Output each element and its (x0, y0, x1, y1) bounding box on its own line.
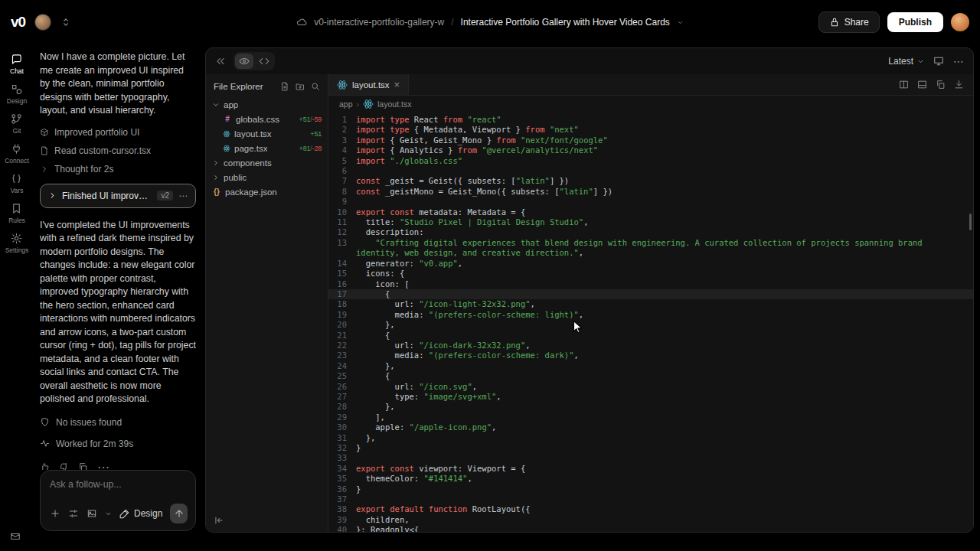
breadcrumb-app[interactable]: app (339, 99, 353, 109)
code-line: 26 url: "/icon.svg", (328, 382, 973, 392)
code-editor[interactable]: 1import type React from "react"2import t… (328, 112, 973, 532)
collapse-left-icon[interactable] (214, 515, 224, 526)
chat-title[interactable]: Interactive Portfolio Gallery with Hover… (461, 17, 670, 28)
line-content: }: Readonly<{ (356, 525, 973, 532)
line-number: 17 (328, 289, 356, 299)
new-folder-icon[interactable] (296, 82, 305, 91)
file-name: public (224, 173, 247, 182)
more-horizontal-icon[interactable]: ⋯ (953, 55, 964, 67)
line-number: 18 (328, 299, 356, 309)
collapse-chevrons-icon[interactable] (215, 56, 226, 67)
rail-item-git[interactable]: Git (11, 113, 22, 135)
chat-input-box[interactable]: Ask a follow-up... Design (40, 470, 196, 531)
monitor-icon[interactable] (933, 56, 944, 67)
chat-step[interactable]: Thought for 2s (40, 164, 196, 174)
header-breadcrumb: v0-interactive-portfolio-gallery-w / Int… (194, 17, 786, 28)
file-tree-item-package-json[interactable]: {}package.json (206, 184, 328, 199)
line-content: { (356, 289, 973, 299)
lock-icon (829, 17, 840, 28)
chat-messages[interactable]: Now I have a complete picture. Let me cr… (40, 51, 196, 470)
code-line: 29 ], (328, 412, 973, 422)
rail-item-rules[interactable]: Rules (8, 203, 25, 224)
rail-item-connect[interactable]: Connect (5, 143, 29, 165)
chat-step[interactable]: Read custom-cursor.tsx (40, 145, 196, 156)
rail-item-design[interactable]: Design (7, 83, 27, 105)
new-file-icon[interactable] (280, 82, 289, 91)
copy-file-icon[interactable] (936, 80, 946, 90)
line-number: 28 (328, 402, 356, 412)
chevron-down-icon[interactable] (677, 19, 684, 26)
thumbs-up-icon[interactable] (40, 462, 50, 471)
settings-icon (11, 233, 22, 244)
code-line: 21 { (328, 331, 973, 341)
file-tree-item-components[interactable]: components (206, 155, 328, 170)
file-tree-item-public[interactable]: public (206, 170, 328, 184)
deploy-cloud-icon[interactable] (296, 17, 307, 28)
version-card[interactable]: Finished UI improvements v2 ⋯ (40, 184, 196, 208)
editor-scrollbar-thumb[interactable] (969, 214, 972, 230)
rail-item-label: Git (13, 127, 21, 135)
version-card-label: Finished UI improvements (62, 191, 152, 201)
editor-tabbar: layout.tsx × (328, 74, 973, 96)
latest-label: Latest (888, 56, 913, 67)
code-line: 6 (328, 166, 973, 176)
user-avatar[interactable] (951, 13, 969, 31)
code-line: 3import { Geist, Geist_Mono } from "next… (328, 135, 973, 145)
more-icon[interactable]: ⋯ (97, 460, 109, 471)
send-arrow-icon (174, 508, 185, 519)
panel-bottom-icon[interactable] (917, 80, 927, 90)
share-button[interactable]: Share (818, 11, 880, 33)
design-mode-button[interactable]: Design (119, 508, 162, 519)
work-duration[interactable]: Worked for 2m 39s (40, 439, 196, 449)
tab-layout-tsx[interactable]: layout.tsx × (328, 74, 409, 95)
message-actions: ⋯ (40, 460, 196, 471)
code-line: 40}: Readonly<{ (328, 525, 973, 532)
plus-icon[interactable] (50, 508, 60, 519)
project-name[interactable]: v0-interactive-portfolio-gallery-w (314, 17, 444, 28)
download-icon[interactable] (954, 80, 964, 90)
chat-input-placeholder: Ask a follow-up... (50, 479, 188, 490)
workbench-body: File Explorer app#globals.css+51/-59layo… (206, 74, 973, 532)
assistant-message-summary: I've completed the UI improvements with … (40, 219, 196, 406)
rail-item-settings[interactable]: Settings (5, 233, 29, 254)
rail-item-chat[interactable]: Chat (10, 54, 24, 75)
line-number: 36 (328, 484, 356, 494)
line-number: 40 (328, 525, 356, 532)
thumbs-down-icon[interactable] (59, 462, 69, 471)
file-tree-item-page-tsx[interactable]: page.tsx+81/-28 (206, 141, 328, 155)
send-button[interactable] (170, 504, 188, 523)
search-icon[interactable] (311, 82, 320, 91)
file-tree-item-app[interactable]: app (206, 97, 328, 112)
version-card-menu[interactable]: ⋯ (178, 191, 188, 201)
line-number: 23 (328, 350, 356, 360)
preview-eye-button[interactable] (235, 54, 253, 69)
rail-item-vars[interactable]: Vars (11, 173, 24, 194)
split-view-icon[interactable] (899, 80, 909, 90)
line-number: 4 (328, 145, 356, 155)
pen-icon (119, 508, 130, 519)
line-number: 10 (328, 207, 356, 217)
latest-dropdown[interactable]: Latest (888, 56, 924, 67)
line-content (356, 166, 973, 176)
copy-icon[interactable] (78, 462, 88, 471)
v0-logo[interactable]: v0 (11, 14, 25, 31)
sliders-icon[interactable] (68, 508, 79, 519)
image-chevron-down-icon[interactable] (105, 510, 112, 517)
workspace-avatar[interactable] (34, 14, 51, 31)
file-tree-item-globals-css[interactable]: #globals.css+51/-59 (206, 112, 328, 126)
line-number: 12 (328, 227, 356, 237)
publish-button[interactable]: Publish (887, 12, 943, 32)
file-tree-item-layout-tsx[interactable]: layout.tsx+51 (206, 126, 328, 141)
tab-close-icon[interactable]: × (394, 80, 400, 90)
code-line: 15 icons: { (328, 269, 973, 279)
issues-status[interactable]: No issues found (40, 417, 196, 428)
braces-icon: {} (212, 187, 221, 196)
chat-step[interactable]: Improved portfolio UI (40, 127, 196, 138)
line-number: 27 (328, 392, 356, 402)
breadcrumb-file[interactable]: layout.tsx (377, 99, 411, 109)
code-view-button[interactable] (255, 54, 273, 69)
code-line: 8const _geistMono = Geist_Mono({ subsets… (328, 187, 973, 197)
project-switcher-chevrons-icon[interactable] (60, 17, 71, 28)
mail-icon[interactable] (10, 531, 21, 542)
image-icon[interactable] (87, 508, 97, 519)
